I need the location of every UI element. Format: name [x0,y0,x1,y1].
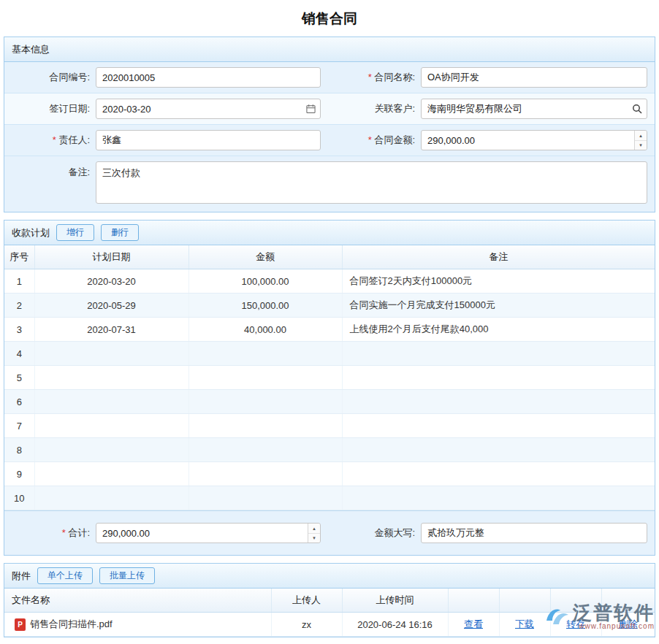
table-row: 10 [4,486,655,510]
plan-date-cell[interactable]: 2020-07-31 [34,318,188,342]
col-header-action [550,589,601,613]
uploader-cell: zx [271,613,342,637]
total-amount-input[interactable] [96,523,321,543]
plan-date-cell[interactable]: 2020-05-29 [34,294,188,318]
remark-cell[interactable] [342,342,655,366]
stepper-up-icon[interactable]: ▴ [635,131,647,141]
amount-cell[interactable] [188,486,342,510]
table-row: 8 [4,438,655,462]
amount-words-label: 金额大写: [328,521,421,545]
remark-cell[interactable]: 合同实施一个月完成支付150000元 [342,294,655,318]
stepper-down-icon[interactable]: ▾ [635,141,647,150]
table-row: 7 [4,414,655,438]
plan-date-cell[interactable] [34,414,188,438]
search-icon[interactable] [632,104,642,114]
plan-date-cell[interactable] [34,462,188,486]
amount-cell[interactable] [188,390,342,414]
attachments-header: 附件 单个上传 批量上传 [4,564,655,589]
remark-cell[interactable] [342,414,655,438]
remark-cell[interactable] [342,462,655,486]
sign-date-input[interactable] [96,99,321,119]
table-row: 2 2020-05-29 150,000.00 合同实施一个月完成支付15000… [4,294,655,318]
attachments-panel: 附件 单个上传 批量上传 文件名称 上传人 上传时间 P [4,563,655,637]
page-title: 销售合同 [0,0,659,37]
contract-name-label: 合同名称: [328,65,421,90]
row-index-cell[interactable]: 7 [4,414,34,438]
plan-date-cell[interactable] [34,342,188,366]
row-index-cell[interactable]: 10 [4,486,34,510]
col-header-uploader: 上传人 [271,589,342,613]
col-header-action [499,589,550,613]
remark-cell[interactable] [342,438,655,462]
basic-info-panel: 基本信息 合同编号: 合同名称: 签订日期: [4,37,655,212]
payment-plan-table: 序号 计划日期 金额 备注 1 2020-03-20 100,000.00 合同… [4,245,655,510]
owner-input[interactable] [96,130,321,150]
contract-no-label: 合同编号: [4,65,96,90]
table-header-row: 文件名称 上传人 上传时间 [4,589,655,613]
plan-date-cell[interactable] [34,390,188,414]
batch-upload-button[interactable]: 批量上传 [99,567,155,584]
payment-plan-title: 收款计划 [12,226,50,239]
download-link[interactable]: 下载 [515,618,534,629]
delete-row-button[interactable]: 删行 [101,224,139,241]
plan-date-cell[interactable] [34,438,188,462]
calendar-icon[interactable] [306,104,316,114]
file-name-cell: P 销售合同扫描件.pdf [4,613,271,637]
amount-cell[interactable]: 100,000.00 [188,269,342,294]
amount-cell[interactable] [188,438,342,462]
add-row-button[interactable]: 增行 [56,224,94,241]
amount-cell[interactable] [188,366,342,390]
customer-label: 关联客户: [328,96,421,121]
amount-cell[interactable] [188,462,342,486]
totals-row: 合计: ▴ ▾ 金额大写: [4,510,655,555]
row-index-cell[interactable]: 5 [4,366,34,390]
row-index-cell[interactable]: 3 [4,318,34,342]
attachment-row: P 销售合同扫描件.pdf zx 2020-06-24 16:16 查看 下载 … [4,613,655,637]
row-index-cell[interactable]: 6 [4,390,34,414]
amount-cell[interactable]: 40,000.00 [188,318,342,342]
attachments-title: 附件 [12,570,31,583]
payment-plan-panel: 收款计划 增行 删行 序号 计划日期 金额 备注 1 2020-03-20 10… [4,220,655,556]
form-row: 责任人: 合同金额: ▴ ▾ [4,125,655,156]
single-upload-button[interactable]: 单个上传 [37,567,93,584]
contract-amount-input[interactable] [421,130,647,150]
plan-date-cell[interactable] [34,486,188,510]
remark-cell[interactable]: 上线使用2个月后支付尾款40,000 [342,318,655,342]
number-stepper[interactable]: ▴ ▾ [634,131,647,150]
row-index-cell[interactable]: 8 [4,438,34,462]
col-header-upload-time: 上传时间 [342,589,448,613]
amount-words-input[interactable] [421,523,647,543]
view-link[interactable]: 查看 [464,618,483,629]
remark-cell[interactable] [342,390,655,414]
col-header-action [601,589,655,613]
contract-name-input[interactable] [421,67,647,88]
row-index-cell[interactable]: 4 [4,342,34,366]
file-name: 销售合同扫描件.pdf [30,618,113,631]
remark-cell[interactable] [342,486,655,510]
remark-cell[interactable]: 合同签订2天内支付100000元 [342,269,655,294]
amount-cell[interactable] [188,414,342,438]
sign-date-label: 签订日期: [4,96,96,121]
col-header-file-name: 文件名称 [4,589,271,613]
remark-cell[interactable] [342,366,655,390]
form-row: 合同编号: 合同名称: [4,62,655,93]
plan-date-cell[interactable] [34,366,188,390]
stepper-up-icon[interactable]: ▴ [308,524,320,534]
amount-cell[interactable] [188,342,342,366]
row-index-cell[interactable]: 2 [4,294,34,318]
stepper-down-icon[interactable]: ▾ [308,534,320,543]
owner-label: 责任人: [4,128,96,153]
form-row: 备注: 三次付款 [4,156,655,212]
save-as-link[interactable]: 转存 [566,618,585,629]
remark-label: 备注: [4,156,96,185]
row-index-cell[interactable]: 1 [4,269,34,294]
number-stepper[interactable]: ▴ ▾ [308,524,320,543]
col-header-action [448,589,499,613]
plan-date-cell[interactable]: 2020-03-20 [34,269,188,294]
remark-input[interactable]: 三次付款 [96,161,647,204]
row-index-cell[interactable]: 9 [4,462,34,486]
amount-cell[interactable]: 150,000.00 [188,294,342,318]
contract-no-input[interactable] [96,67,321,88]
customer-input[interactable] [421,99,647,119]
delete-link[interactable]: 删除 [619,618,638,629]
